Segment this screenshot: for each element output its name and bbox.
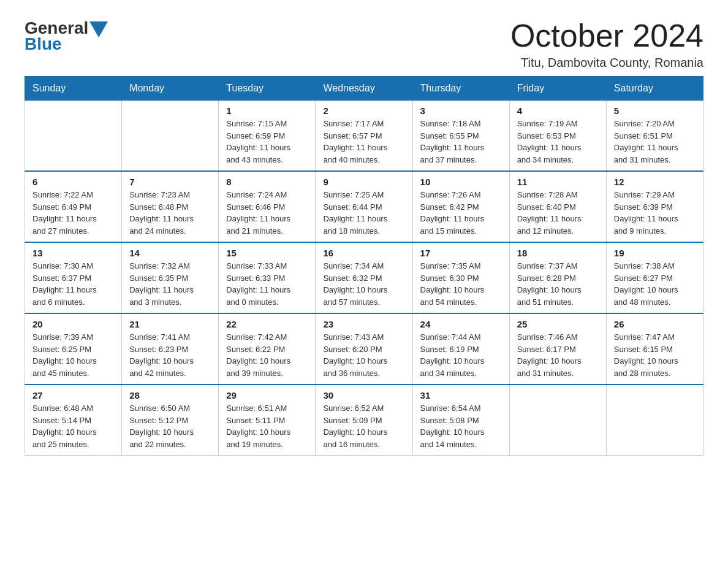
logo: General Blue [25, 18, 108, 54]
day-info: Sunrise: 6:50 AM Sunset: 5:12 PM Dayligh… [129, 402, 211, 450]
day-info: Sunrise: 7:32 AM Sunset: 6:35 PM Dayligh… [129, 260, 211, 308]
day-info: Sunrise: 7:20 AM Sunset: 6:51 PM Dayligh… [614, 118, 696, 166]
svg-marker-0 [89, 21, 108, 37]
day-number: 18 [517, 248, 599, 258]
calendar-cell: 17Sunrise: 7:35 AM Sunset: 6:30 PM Dayli… [412, 242, 509, 313]
day-number: 29 [226, 390, 308, 400]
day-number: 20 [32, 319, 114, 329]
day-number: 9 [323, 177, 404, 187]
calendar-cell [122, 101, 219, 172]
day-info: Sunrise: 6:48 AM Sunset: 5:14 PM Dayligh… [32, 402, 114, 450]
calendar-cell [509, 385, 606, 456]
calendar-cell: 2Sunrise: 7:17 AM Sunset: 6:57 PM Daylig… [316, 101, 412, 172]
calendar-cell [25, 101, 122, 172]
day-info: Sunrise: 7:39 AM Sunset: 6:25 PM Dayligh… [32, 331, 114, 379]
calendar-cell: 14Sunrise: 7:32 AM Sunset: 6:35 PM Dayli… [122, 242, 219, 313]
calendar-cell: 6Sunrise: 7:22 AM Sunset: 6:49 PM Daylig… [25, 171, 122, 242]
header-sunday: Sunday [25, 77, 122, 101]
calendar-cell: 20Sunrise: 7:39 AM Sunset: 6:25 PM Dayli… [25, 313, 122, 385]
day-info: Sunrise: 7:35 AM Sunset: 6:30 PM Dayligh… [420, 260, 502, 308]
calendar-cell: 21Sunrise: 7:41 AM Sunset: 6:23 PM Dayli… [122, 313, 219, 385]
header-wednesday: Wednesday [316, 77, 412, 101]
calendar-cell [606, 385, 703, 456]
calendar-cell: 15Sunrise: 7:33 AM Sunset: 6:33 PM Dayli… [219, 242, 316, 313]
day-info: Sunrise: 7:22 AM Sunset: 6:49 PM Dayligh… [32, 189, 114, 237]
month-title: October 2024 [510, 18, 703, 53]
day-number: 22 [226, 319, 308, 329]
day-number: 30 [323, 390, 404, 400]
header-friday: Friday [509, 77, 606, 101]
calendar-cell: 24Sunrise: 7:44 AM Sunset: 6:19 PM Dayli… [412, 313, 509, 385]
day-number: 25 [517, 319, 599, 329]
day-info: Sunrise: 7:42 AM Sunset: 6:22 PM Dayligh… [226, 331, 308, 379]
calendar-cell: 7Sunrise: 7:23 AM Sunset: 6:48 PM Daylig… [122, 171, 219, 242]
day-number: 28 [129, 390, 211, 400]
calendar-week-4: 27Sunrise: 6:48 AM Sunset: 5:14 PM Dayli… [25, 385, 703, 456]
day-info: Sunrise: 6:54 AM Sunset: 5:08 PM Dayligh… [420, 402, 502, 450]
day-info: Sunrise: 7:28 AM Sunset: 6:40 PM Dayligh… [517, 189, 599, 237]
day-info: Sunrise: 6:51 AM Sunset: 5:11 PM Dayligh… [226, 402, 308, 450]
day-number: 12 [614, 177, 696, 187]
day-info: Sunrise: 6:52 AM Sunset: 5:09 PM Dayligh… [323, 402, 404, 450]
day-number: 16 [323, 248, 404, 258]
calendar-cell: 22Sunrise: 7:42 AM Sunset: 6:22 PM Dayli… [219, 313, 316, 385]
day-number: 5 [614, 105, 696, 116]
day-number: 7 [129, 177, 211, 187]
calendar-week-2: 13Sunrise: 7:30 AM Sunset: 6:37 PM Dayli… [25, 242, 703, 313]
location: Titu, Dambovita County, Romania [510, 56, 703, 70]
calendar-cell: 1Sunrise: 7:15 AM Sunset: 6:59 PM Daylig… [219, 101, 316, 172]
calendar-cell: 25Sunrise: 7:46 AM Sunset: 6:17 PM Dayli… [509, 313, 606, 385]
header-saturday: Saturday [606, 77, 703, 101]
day-number: 21 [129, 319, 211, 329]
calendar-cell: 5Sunrise: 7:20 AM Sunset: 6:51 PM Daylig… [606, 101, 703, 172]
day-info: Sunrise: 7:30 AM Sunset: 6:37 PM Dayligh… [32, 260, 114, 308]
day-info: Sunrise: 7:25 AM Sunset: 6:44 PM Dayligh… [323, 189, 404, 237]
day-info: Sunrise: 7:29 AM Sunset: 6:39 PM Dayligh… [614, 189, 696, 237]
calendar-cell: 4Sunrise: 7:19 AM Sunset: 6:53 PM Daylig… [509, 101, 606, 172]
day-number: 23 [323, 319, 404, 329]
calendar-cell: 27Sunrise: 6:48 AM Sunset: 5:14 PM Dayli… [25, 385, 122, 456]
calendar-cell: 12Sunrise: 7:29 AM Sunset: 6:39 PM Dayli… [606, 171, 703, 242]
day-info: Sunrise: 7:41 AM Sunset: 6:23 PM Dayligh… [129, 331, 211, 379]
day-info: Sunrise: 7:43 AM Sunset: 6:20 PM Dayligh… [323, 331, 404, 379]
calendar-cell: 30Sunrise: 6:52 AM Sunset: 5:09 PM Dayli… [316, 385, 412, 456]
day-number: 17 [420, 248, 502, 258]
day-number: 19 [614, 248, 696, 258]
day-number: 26 [614, 319, 696, 329]
calendar-cell: 9Sunrise: 7:25 AM Sunset: 6:44 PM Daylig… [316, 171, 412, 242]
calendar-cell: 23Sunrise: 7:43 AM Sunset: 6:20 PM Dayli… [316, 313, 412, 385]
day-number: 31 [420, 390, 502, 400]
calendar-cell: 13Sunrise: 7:30 AM Sunset: 6:37 PM Dayli… [25, 242, 122, 313]
header-thursday: Thursday [412, 77, 509, 101]
day-number: 15 [226, 248, 308, 258]
day-number: 27 [32, 390, 114, 400]
day-info: Sunrise: 7:37 AM Sunset: 6:28 PM Dayligh… [517, 260, 599, 308]
day-number: 10 [420, 177, 502, 187]
calendar-week-0: 1Sunrise: 7:15 AM Sunset: 6:59 PM Daylig… [25, 101, 703, 172]
day-number: 8 [226, 177, 308, 187]
day-number: 3 [420, 105, 502, 116]
day-info: Sunrise: 7:34 AM Sunset: 6:32 PM Dayligh… [323, 260, 404, 308]
calendar-week-1: 6Sunrise: 7:22 AM Sunset: 6:49 PM Daylig… [25, 171, 703, 242]
day-info: Sunrise: 7:33 AM Sunset: 6:33 PM Dayligh… [226, 260, 308, 308]
day-number: 2 [323, 105, 404, 116]
calendar-cell: 3Sunrise: 7:18 AM Sunset: 6:55 PM Daylig… [412, 101, 509, 172]
calendar-cell: 28Sunrise: 6:50 AM Sunset: 5:12 PM Dayli… [122, 385, 219, 456]
day-number: 24 [420, 319, 502, 329]
header-monday: Monday [122, 77, 219, 101]
day-number: 1 [226, 105, 308, 116]
calendar-cell: 31Sunrise: 6:54 AM Sunset: 5:08 PM Dayli… [412, 385, 509, 456]
day-number: 13 [32, 248, 114, 258]
day-info: Sunrise: 7:46 AM Sunset: 6:17 PM Dayligh… [517, 331, 599, 379]
calendar-header-row: SundayMondayTuesdayWednesdayThursdayFrid… [25, 77, 703, 101]
day-number: 14 [129, 248, 211, 258]
day-info: Sunrise: 7:19 AM Sunset: 6:53 PM Dayligh… [517, 118, 599, 166]
logo-triangle-icon [89, 21, 108, 37]
calendar-week-3: 20Sunrise: 7:39 AM Sunset: 6:25 PM Dayli… [25, 313, 703, 385]
day-info: Sunrise: 7:38 AM Sunset: 6:27 PM Dayligh… [614, 260, 696, 308]
day-info: Sunrise: 7:23 AM Sunset: 6:48 PM Dayligh… [129, 189, 211, 237]
calendar-cell: 11Sunrise: 7:28 AM Sunset: 6:40 PM Dayli… [509, 171, 606, 242]
day-info: Sunrise: 7:44 AM Sunset: 6:19 PM Dayligh… [420, 331, 502, 379]
calendar-cell: 26Sunrise: 7:47 AM Sunset: 6:15 PM Dayli… [606, 313, 703, 385]
day-info: Sunrise: 7:24 AM Sunset: 6:46 PM Dayligh… [226, 189, 308, 237]
